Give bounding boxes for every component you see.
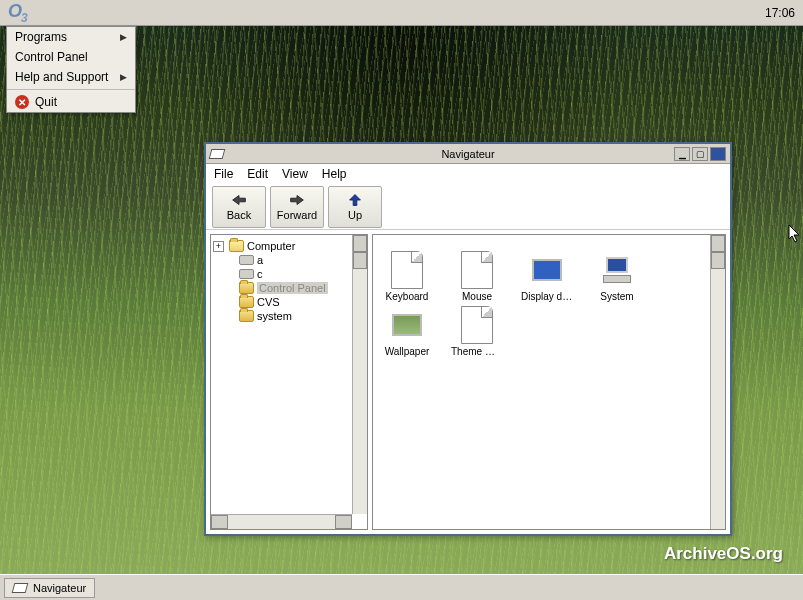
toolbar: Back Forward Up — [206, 184, 730, 230]
tree-vertical-scrollbar[interactable] — [352, 235, 367, 514]
tree-root-computer[interactable]: + Computer — [213, 239, 350, 253]
tree-panel: + Computer acControl PanelCVSsystem — [210, 234, 368, 530]
forward-button[interactable]: Forward — [270, 186, 324, 228]
start-menu: Programs▶ Control Panel Help and Support… — [6, 26, 136, 113]
file-label: Wallpaper — [381, 346, 433, 357]
file-item[interactable]: Theme man... — [451, 306, 503, 357]
maximize-button[interactable]: ▢ — [692, 147, 708, 161]
document-icon — [461, 251, 493, 289]
folder-icon — [229, 240, 244, 252]
chevron-right-icon: ▶ — [120, 72, 127, 82]
icon-panel: KeyboardMouseDisplay deviceSystemWallpap… — [372, 234, 726, 530]
drive-icon — [239, 269, 254, 279]
tree-horizontal-scrollbar[interactable] — [211, 514, 352, 529]
document-icon — [461, 306, 493, 344]
folder-icon — [239, 296, 254, 308]
navigateur-window: Navigateur ▁ ▢ File Edit View Help Back … — [204, 142, 732, 536]
monitor-icon — [531, 251, 563, 289]
arrow-up-icon — [346, 193, 364, 207]
menu-quit[interactable]: ✕Quit — [7, 92, 135, 112]
menu-view[interactable]: View — [282, 167, 308, 181]
tree-item-label: Control Panel — [257, 282, 328, 294]
menu-edit[interactable]: Edit — [247, 167, 268, 181]
file-item[interactable]: Mouse — [451, 251, 503, 302]
tree-item-label: system — [257, 310, 292, 322]
menu-control-panel[interactable]: Control Panel — [7, 47, 135, 67]
menu-help-support[interactable]: Help and Support▶ — [7, 67, 135, 87]
file-label: System — [591, 291, 643, 302]
os-logo[interactable]: O3 — [8, 1, 27, 25]
menu-help[interactable]: Help — [322, 167, 347, 181]
folder-icon — [239, 310, 254, 322]
file-item[interactable]: Wallpaper — [381, 306, 433, 357]
titlebar[interactable]: Navigateur ▁ ▢ — [206, 144, 730, 164]
arrow-left-icon — [230, 193, 248, 207]
menu-programs[interactable]: Programs▶ — [7, 27, 135, 47]
menu-file[interactable]: File — [214, 167, 233, 181]
arrow-right-icon — [288, 193, 306, 207]
tree-item[interactable]: system — [213, 309, 350, 323]
up-button[interactable]: Up — [328, 186, 382, 228]
folder-icon — [239, 282, 254, 294]
clock: 17:06 — [765, 6, 795, 20]
tree-item[interactable]: Control Panel — [213, 281, 350, 295]
document-icon — [391, 251, 423, 289]
expand-icon[interactable]: + — [213, 241, 224, 252]
file-label: Theme man... — [451, 346, 503, 357]
close-button[interactable] — [710, 147, 726, 161]
watermark: ArchiveOS.org — [664, 544, 783, 564]
file-item[interactable]: Keyboard — [381, 251, 433, 302]
tree-item-label: a — [257, 254, 263, 266]
window-title: Navigateur — [206, 148, 730, 160]
tree-item[interactable]: c — [213, 267, 350, 281]
file-item[interactable]: Display device — [521, 251, 573, 302]
minimize-button[interactable]: ▁ — [674, 147, 690, 161]
drive-icon — [239, 255, 254, 265]
quit-icon: ✕ — [15, 95, 29, 109]
icon-vertical-scrollbar[interactable] — [710, 235, 725, 529]
file-label: Mouse — [451, 291, 503, 302]
computer-icon — [601, 251, 633, 289]
tree-item[interactable]: a — [213, 253, 350, 267]
file-label: Keyboard — [381, 291, 433, 302]
menu-separator — [7, 89, 135, 90]
tree-item[interactable]: CVS — [213, 295, 350, 309]
taskbar-item-navigateur[interactable]: Navigateur — [4, 578, 95, 598]
tree-item-label: c — [257, 268, 263, 280]
tree-item-label: CVS — [257, 296, 280, 308]
chevron-right-icon: ▶ — [120, 32, 127, 42]
window-icon — [209, 149, 226, 159]
file-item[interactable]: System — [591, 251, 643, 302]
back-button[interactable]: Back — [212, 186, 266, 228]
task-window-icon — [12, 583, 29, 593]
file-label: Display device — [521, 291, 573, 302]
menubar: File Edit View Help — [206, 164, 730, 184]
top-panel: O3 17:06 — [0, 0, 803, 26]
taskbar: Navigateur — [0, 574, 803, 600]
wallpaper-icon — [391, 306, 423, 344]
